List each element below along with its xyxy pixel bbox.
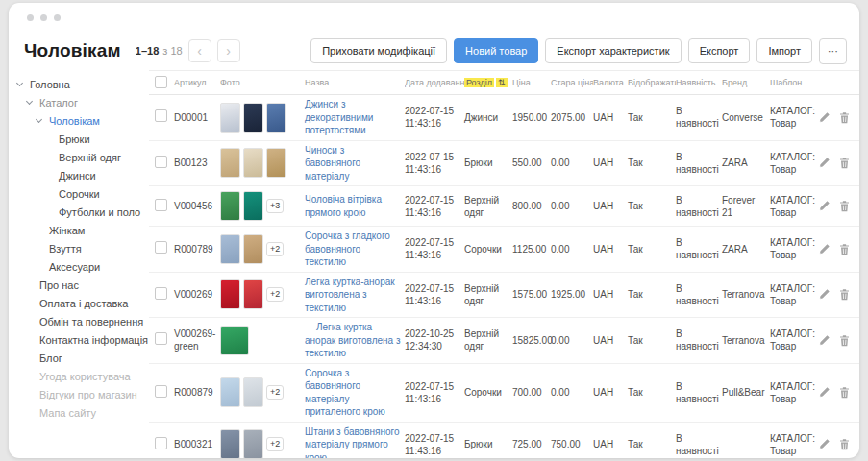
- edit-icon[interactable]: [818, 111, 831, 124]
- product-photo[interactable]: [243, 279, 263, 309]
- more-actions-button[interactable]: ⋯: [819, 38, 847, 64]
- row-checkbox[interactable]: [155, 199, 167, 211]
- row-old-price: 0.00: [551, 157, 593, 169]
- sidebar-item[interactable]: Взуття: [17, 239, 149, 257]
- product-name-link[interactable]: Легка куртка-анорак виготовлена з тексти…: [305, 277, 395, 313]
- column-header-brand[interactable]: Бренд: [722, 78, 770, 87]
- column-header-availability[interactable]: Наявність: [676, 78, 722, 87]
- product-name-link[interactable]: Сорочка з бавовняного матеріалу притален…: [305, 368, 385, 418]
- product-photo[interactable]: [243, 148, 263, 178]
- column-header-old-price[interactable]: Стара ціна: [551, 78, 593, 87]
- row-currency: UAH: [593, 200, 628, 212]
- column-header-currency[interactable]: Валюта: [593, 78, 628, 87]
- product-photo[interactable]: [243, 377, 263, 407]
- export-button[interactable]: Експорт: [688, 38, 751, 63]
- row-checkbox[interactable]: [155, 287, 167, 300]
- product-photo[interactable]: [220, 191, 240, 221]
- product-photo[interactable]: [243, 103, 263, 133]
- delete-icon[interactable]: [838, 288, 851, 301]
- product-name-link[interactable]: Легка куртка-анорак виготовлена з тексти…: [305, 322, 401, 358]
- product-photo[interactable]: [220, 148, 240, 178]
- hide-modifications-button[interactable]: Приховати модифікації: [310, 38, 447, 63]
- column-header-sku[interactable]: Артикул: [174, 78, 220, 87]
- row-checkbox[interactable]: [155, 385, 167, 398]
- product-photo[interactable]: [243, 234, 263, 264]
- delete-icon[interactable]: [838, 334, 851, 347]
- sidebar-item[interactable]: Угода користувача: [17, 367, 149, 385]
- select-all-checkbox[interactable]: [155, 76, 167, 88]
- sidebar-item[interactable]: Брюки: [17, 130, 149, 148]
- product-photo[interactable]: [266, 148, 286, 178]
- product-photo[interactable]: [220, 279, 240, 309]
- sort-icon[interactable]: ⇅: [496, 78, 508, 87]
- export-characteristics-button[interactable]: Експорт характеристик: [545, 38, 681, 63]
- sidebar-item[interactable]: Верхній одяг: [17, 148, 149, 166]
- product-name-link[interactable]: Джинси з декоративними потертостями: [305, 99, 373, 135]
- column-header-date[interactable]: Дата додавання: [405, 78, 464, 87]
- sidebar-item[interactable]: Каталог: [17, 93, 149, 111]
- window-control-icon[interactable]: [54, 14, 61, 21]
- column-header-price[interactable]: Ціна: [512, 78, 551, 87]
- row-checkbox[interactable]: [155, 156, 167, 168]
- sidebar-item[interactable]: Обмін та повернення: [17, 312, 149, 330]
- delete-icon[interactable]: [838, 111, 851, 124]
- edit-icon[interactable]: [818, 438, 831, 450]
- prev-page-button[interactable]: ‹: [188, 39, 211, 62]
- edit-icon[interactable]: [818, 288, 831, 301]
- more-photos-badge[interactable]: +2: [266, 242, 284, 256]
- sidebar-item[interactable]: Футболки и поло: [17, 203, 149, 221]
- row-checkbox[interactable]: [155, 241, 167, 254]
- product-photo[interactable]: [220, 326, 249, 355]
- import-button[interactable]: Імпорт: [756, 38, 812, 63]
- product-photo[interactable]: [220, 234, 240, 264]
- edit-icon[interactable]: [818, 386, 831, 399]
- edit-icon[interactable]: [818, 157, 831, 169]
- column-header-section-label[interactable]: Розділ: [464, 78, 494, 87]
- sidebar-item[interactable]: Сорочки: [17, 184, 149, 203]
- product-name-link[interactable]: Штани з бавовняного матеріалу прямого кр…: [305, 426, 400, 459]
- row-checkbox[interactable]: [155, 109, 167, 122]
- sidebar-item[interactable]: Мапа сайту: [17, 403, 149, 422]
- sidebar-item[interactable]: Блог: [17, 349, 149, 367]
- column-header-name[interactable]: Назва: [305, 78, 405, 87]
- sidebar-item[interactable]: Оплата і доставка: [17, 294, 149, 312]
- more-photos-badge[interactable]: +3: [266, 199, 284, 213]
- row-checkbox[interactable]: [155, 332, 167, 345]
- column-header-template[interactable]: Шаблон: [770, 78, 818, 87]
- next-page-button[interactable]: ›: [217, 39, 240, 62]
- sidebar-item[interactable]: Головна: [17, 75, 149, 93]
- sidebar-item[interactable]: Відгуки про магазин: [17, 385, 149, 403]
- product-photo[interactable]: [266, 103, 286, 133]
- new-product-button[interactable]: Новий товар: [454, 38, 538, 63]
- product-name-link[interactable]: Сорочка з гладкого бавовняного текстилю: [305, 230, 390, 267]
- sidebar-item[interactable]: Джинси: [17, 166, 149, 184]
- product-photo[interactable]: [243, 191, 263, 221]
- delete-icon[interactable]: [838, 200, 851, 212]
- sidebar-item[interactable]: Контактна інформація: [17, 330, 149, 349]
- window-control-icon[interactable]: [40, 14, 47, 21]
- more-photos-badge[interactable]: +2: [266, 287, 284, 302]
- more-photos-badge[interactable]: +2: [266, 437, 284, 451]
- sidebar-item[interactable]: Чоловікам: [17, 111, 149, 130]
- product-name-link[interactable]: Чоловіча вітрівка прямого крою: [305, 194, 382, 218]
- edit-icon[interactable]: [818, 243, 831, 255]
- sidebar-item[interactable]: Про нас: [17, 276, 149, 294]
- sidebar-item[interactable]: Аксесуари: [17, 257, 149, 276]
- column-header-display[interactable]: Відображати: [628, 78, 676, 87]
- edit-icon[interactable]: [818, 200, 831, 212]
- product-photo[interactable]: [220, 377, 240, 407]
- more-photos-badge[interactable]: +2: [266, 385, 284, 400]
- delete-icon[interactable]: [838, 386, 851, 399]
- window-control-icon[interactable]: [27, 14, 34, 21]
- delete-icon[interactable]: [838, 438, 851, 450]
- delete-icon[interactable]: [838, 157, 851, 169]
- delete-icon[interactable]: [838, 243, 851, 255]
- column-header-section[interactable]: Розділ⇅: [464, 78, 512, 87]
- product-photo[interactable]: [220, 103, 240, 133]
- product-photo[interactable]: [220, 429, 240, 458]
- row-checkbox[interactable]: [155, 437, 167, 449]
- product-photo[interactable]: [243, 429, 263, 458]
- edit-icon[interactable]: [818, 334, 831, 347]
- sidebar-item[interactable]: Жінкам: [17, 221, 149, 239]
- product-name-link[interactable]: Чиноси з бавовняного матеріалу: [305, 145, 360, 182]
